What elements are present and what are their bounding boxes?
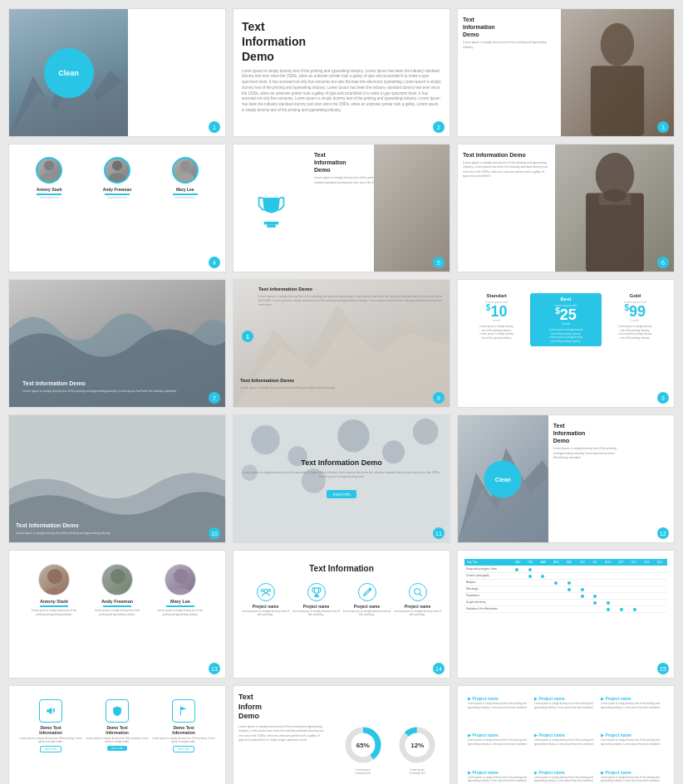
- icon-desc-2: Lorem ipsum is simply dummy text of the …: [291, 610, 342, 616]
- slide-8[interactable]: 1 Text Information Demo Lorem ipsum is s…: [233, 279, 450, 408]
- trophy-icon: [257, 194, 286, 223]
- proj-desc-2: Lorem ipsum is simply dummy text of the …: [534, 702, 597, 709]
- slide11-body: Lorem ipsum is simply dummy text of the …: [240, 471, 443, 480]
- svg-point-15: [603, 189, 626, 202]
- gantt-dot-3-3: [554, 588, 558, 591]
- gantt-dot-3-1: [528, 588, 532, 591]
- slide-4[interactable]: Antony Stark Lorem ipsum text Andy Freem…: [8, 144, 226, 272]
- portrait2-name-1: Antony Stark: [40, 599, 68, 604]
- more-info-button[interactable]: more info: [327, 490, 357, 498]
- svg-point-9: [176, 173, 194, 182]
- gantt-dot-3-11: [659, 588, 662, 591]
- plan-name-best: Best: [560, 296, 571, 301]
- slide-15[interactable]: Step Plan JAN FEB MAR APR MAY JUN JUL AU…: [457, 550, 675, 679]
- icon-box-btn-2[interactable]: more info: [107, 746, 128, 751]
- portrait2-andy: Andy Freeman Lorem ipsum is simply dummy…: [92, 564, 142, 616]
- gantt-dot-6-11: [659, 608, 662, 611]
- gantt-dot-2-0: [515, 581, 518, 585]
- svg-point-2: [601, 23, 634, 66]
- gantt-row-4: Preparations: [464, 593, 667, 600]
- gantt-dot-6-9: [633, 608, 636, 611]
- gantt-dot-4-2: [541, 595, 544, 598]
- slide-number-5: 5: [433, 257, 445, 268]
- gantt-label-4: Preparations: [464, 595, 510, 598]
- slide-9[interactable]: Standart Lorem ipsum text $10 month Lore…: [457, 279, 675, 408]
- slide-11[interactable]: Text Information Demo Lorem ipsum is sim…: [233, 414, 450, 543]
- slide-17[interactable]: TextInformDemo Lorem ipsum is simply dum…: [233, 685, 450, 784]
- svg-rect-39: [314, 595, 317, 596]
- gantt-dot-6-3: [554, 608, 558, 611]
- slide12-clean-circle: Clean: [484, 460, 522, 497]
- portrait-bar-2: [105, 194, 130, 195]
- gantt-month-feb: FEB: [524, 561, 538, 564]
- donut-12-percent: 12%: [410, 741, 424, 748]
- gantt-dot-1-0: [515, 575, 518, 578]
- portrait2-desc-2: Lorem ipsum is simply dummy text of the …: [92, 609, 142, 616]
- gantt-dot-3-0: [515, 588, 518, 591]
- proj-desc-1: Lorem ipsum is simply dummy text of the …: [468, 702, 531, 709]
- slide-14[interactable]: Text Information Project name Lorem ipsu…: [233, 550, 450, 679]
- gantt-dot-0-6: [593, 568, 597, 571]
- icon-label-1: Project name: [253, 604, 278, 609]
- gantt-dot-2-8: [620, 581, 623, 585]
- slide-1[interactable]: Clean 1: [8, 8, 226, 137]
- slide-12[interactable]: Clean TextInformationDemo Lorem ipsum is…: [457, 414, 675, 543]
- gantt-label-1: Content / photography: [464, 575, 510, 578]
- slide-10[interactable]: Text Information Demo Lorem ipsum is sim…: [8, 414, 226, 543]
- portrait2-bar-1: [40, 605, 68, 607]
- gantt-dot-0-10: [646, 568, 649, 571]
- portrait-name-2: Andy Freeman: [103, 187, 132, 192]
- proj-desc-6: Lorem ipsum is simply dummy text of the …: [601, 738, 664, 746]
- gantt-dot-6-6: [593, 608, 597, 611]
- gantt-month-dec: DEC: [653, 561, 666, 564]
- icon-box-btn-1[interactable]: more info: [40, 746, 62, 752]
- plan-price-best: $25: [555, 307, 577, 322]
- gantt-month-aug: AUG: [602, 561, 615, 564]
- slide-number-14: 14: [433, 663, 445, 674]
- plan-price-standart: $10: [486, 304, 508, 319]
- slide7-body: Lorem ipsum is simply dummy text of the …: [22, 390, 212, 394]
- portrait-bar-1: [37, 194, 61, 195]
- svg-rect-10: [264, 222, 279, 225]
- slide-13[interactable]: Antony Stark Lorem ipsum is simply dummy…: [8, 550, 226, 679]
- slide-5[interactable]: TextInformationDemo Lorem ipsum is simpl…: [233, 144, 450, 272]
- gantt-dot-5-6: [593, 601, 597, 605]
- portrait2-circle-3: [165, 564, 196, 595]
- icon-box-btn-3[interactable]: more info: [173, 746, 195, 752]
- portrait-circle-3: [172, 157, 199, 184]
- icon-item-4: Project name Lorem ipsum is simply dummy…: [392, 583, 443, 616]
- gantt-label-3: Web design: [464, 588, 510, 591]
- slide-number-15: 15: [657, 663, 669, 674]
- slide-3[interactable]: TextInformationDemo Lorem ipsum is simpl…: [457, 8, 675, 137]
- donut-12: 12% Lorem ipsumis dummy text: [396, 724, 438, 776]
- slide-2[interactable]: TextInformationDemo Lorem ipsum is simpl…: [233, 8, 450, 137]
- gantt-dot-6-2: [541, 608, 544, 611]
- slide-number-8: 8: [433, 392, 445, 404]
- svg-point-31: [111, 569, 125, 584]
- gantt-dot-3-5: [581, 588, 584, 591]
- slide12-title: TextInformationDemo: [553, 422, 617, 444]
- gantt-dot-5-5: [581, 601, 584, 605]
- plan-name-gold: Gold: [629, 293, 641, 298]
- portrait-antony: Antony Stark Lorem ipsum text: [36, 157, 62, 199]
- gantt-dot-4-0: [515, 595, 518, 598]
- icon-box-2: Demo Text Information Lorem ipsum is sim…: [84, 699, 150, 784]
- gantt-row-6: Evaluation of the effectiveness: [464, 606, 667, 613]
- portrait2-bar-3: [166, 605, 194, 607]
- slide-16[interactable]: Demo Text Information Lorem ipsum is sim…: [8, 685, 226, 784]
- portrait-desc-1: Lorem ipsum text: [40, 196, 59, 199]
- gantt-dot-0-7: [607, 568, 610, 571]
- gantt-row-3: Web design: [464, 586, 667, 593]
- icon-box-desc-1: Lorem ipsum is simply dummy text of the …: [19, 737, 82, 743]
- gantt-dot-4-10: [646, 595, 649, 598]
- gantt-dot-2-4: [568, 581, 571, 585]
- slide17-body: Lorem ipsum is simply dummy text of the …: [238, 725, 326, 742]
- gantt-dot-2-6: [593, 581, 597, 585]
- slide2-body: Lorem ipsum is simply dummy text of the …: [242, 69, 441, 114]
- svg-point-7: [108, 173, 125, 182]
- slide-7[interactable]: Text Information Demo Lorem ipsum is sim…: [8, 279, 226, 408]
- slide-6[interactable]: Text Information Demo Lorem ipsum is sim…: [457, 144, 675, 272]
- gantt-dot-2-2: [541, 581, 544, 585]
- slide-18[interactable]: ▶ Project name Lorem ipsum is simply dum…: [457, 685, 675, 784]
- slide6-title: Text Information Demo: [463, 151, 550, 159]
